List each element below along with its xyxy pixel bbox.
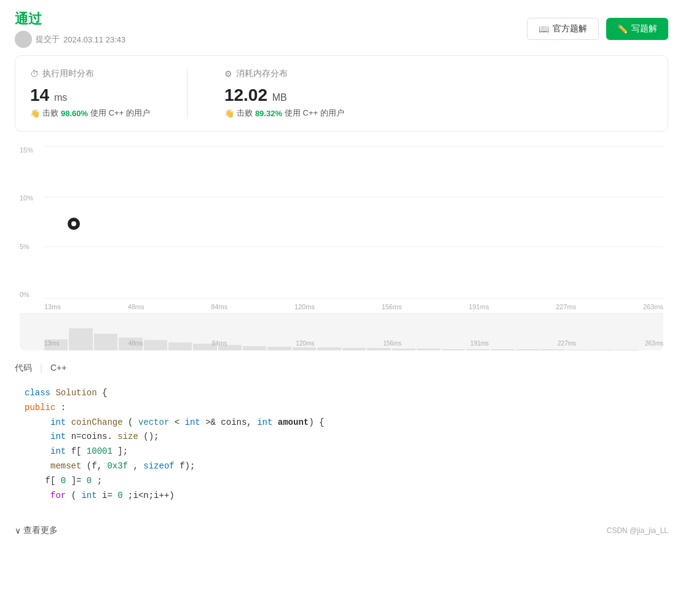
fn-memset: memset xyxy=(50,461,81,471)
bars-area xyxy=(44,141,663,298)
chart-tooltip xyxy=(68,218,80,230)
mini-x-120: 120ms xyxy=(296,340,314,347)
status-badge: 通过 xyxy=(15,10,125,28)
code-line-1: class Solution { xyxy=(25,386,658,401)
code-line-6: memset (f, 0x3f , sizeof f); xyxy=(25,459,658,474)
stats-row: ⏱ 执行用时分布 14 ms 👋 击败 98.60% 使用 C++ 的用户 ⚙ … xyxy=(30,68,653,119)
kw-class: class xyxy=(25,388,50,398)
mini-bar-9 xyxy=(267,347,291,350)
fn-size: size xyxy=(117,432,138,441)
mem-stat-block: ⚙ 消耗内存分布 12.02 MB 👋 击败 89.32% 使用 C++ 的用户 xyxy=(224,68,344,119)
code-lang: C++ xyxy=(50,363,66,374)
official-solution-label: 官方题解 xyxy=(553,23,587,34)
x-label-191: 191ms xyxy=(468,303,489,310)
code-line-7: f[ 0 ]= 0 ; xyxy=(25,474,658,489)
avatar xyxy=(15,31,32,48)
code-divider: ｜ xyxy=(37,363,45,374)
grid-line-bottom xyxy=(44,298,663,299)
mini-x-13: 13ms xyxy=(44,340,59,347)
x-label-263: 263ms xyxy=(643,303,663,310)
mem-unit: MB xyxy=(272,92,287,103)
kw-public: public xyxy=(25,403,55,413)
code-block: class Solution { public : int coinChange… xyxy=(15,379,668,510)
hex-0x3f: 0x3f xyxy=(107,461,128,471)
top-bar: 通过 提交于 2024.03.11 23:43 📖 官方题解 ✏️ 写题解 xyxy=(0,0,683,55)
stats-card: ⏱ 执行用时分布 14 ms 👋 击败 98.60% 使用 C++ 的用户 ⚙ … xyxy=(15,55,668,132)
class-name: Solution xyxy=(55,388,97,398)
y-label-15: 15% xyxy=(20,146,42,154)
kw-for: for xyxy=(50,491,66,500)
chart-container: 15% 10% 5% 0% xyxy=(15,141,668,350)
mini-bar-18 xyxy=(491,349,515,350)
mem-stat-value: 12.02 MB xyxy=(224,85,344,105)
code-line-2: public : xyxy=(25,401,658,416)
footer-bar: ∨ 查看更多 CSDN @jia_jia_LL xyxy=(0,515,683,546)
mini-x-84: 84ms xyxy=(212,340,227,347)
chart-main: 15% 10% 5% 0% xyxy=(20,141,663,314)
mini-bar-23 xyxy=(615,350,639,350)
y-axis-labels: 15% 10% 5% 0% xyxy=(20,141,42,313)
time-beat-pct: 98.60% xyxy=(61,109,88,118)
wave-icon-2: 👋 xyxy=(224,109,234,118)
mini-bar-11 xyxy=(317,347,341,350)
stats-divider xyxy=(187,68,188,119)
mini-bar-20 xyxy=(541,349,564,350)
kw-sizeof: sizeof xyxy=(143,461,174,471)
y-label-0: 0% xyxy=(20,291,42,298)
time-stat-value: 14 ms xyxy=(30,85,150,105)
view-more-label: 查看更多 xyxy=(23,525,58,536)
fn-coinchange: coinChange xyxy=(71,417,123,427)
code-header: 代码 ｜ C++ xyxy=(15,363,668,374)
chevron-down-icon: ∨ xyxy=(15,526,21,535)
mini-bar-13 xyxy=(367,348,390,350)
mini-chart: 13ms 48ms 84ms 120ms 156ms 191ms 227ms 2… xyxy=(20,314,663,350)
time-beat: 👋 击败 98.60% 使用 C++ 的用户 xyxy=(30,108,150,119)
submit-info: 提交于 2024.03.11 23:43 xyxy=(15,31,125,48)
kw-int-3: int xyxy=(257,417,272,427)
wave-icon: 👋 xyxy=(30,109,40,118)
clock-icon: ⏱ xyxy=(30,69,39,79)
time-unit: ms xyxy=(54,92,67,103)
view-more-button[interactable]: ∨ 查看更多 xyxy=(15,525,58,536)
book-icon: 📖 xyxy=(539,24,549,34)
mini-x-labels: 13ms 48ms 84ms 120ms 156ms 191ms 227ms 2… xyxy=(44,340,663,347)
top-right: 📖 官方题解 ✏️ 写题解 xyxy=(527,18,668,40)
x-axis-labels: 13ms 48ms 84ms 120ms 156ms 191ms 227ms 2… xyxy=(44,303,663,310)
kw-int-6: int xyxy=(81,491,97,500)
code-line-8: for ( int i= 0 ;i<n;i++) xyxy=(25,489,658,503)
x-label-84: 84ms xyxy=(211,303,227,310)
num-0-2: 0 xyxy=(87,476,92,486)
kw-vector: vector xyxy=(138,417,169,427)
mini-bar-15 xyxy=(417,349,440,350)
y-label-5: 5% xyxy=(20,243,42,250)
mini-bar-22 xyxy=(590,350,614,350)
x-label-156: 156ms xyxy=(382,303,402,310)
mem-stat-title: ⚙ 消耗内存分布 xyxy=(224,68,344,79)
write-solution-button[interactable]: ✏️ 写题解 xyxy=(606,18,668,40)
official-solution-button[interactable]: 📖 官方题解 xyxy=(527,18,599,40)
mini-bar-10 xyxy=(293,347,316,350)
x-label-13: 13ms xyxy=(44,303,61,310)
write-solution-label: 写题解 xyxy=(631,23,657,34)
num-0-3: 0 xyxy=(117,491,122,500)
time-stat-block: ⏱ 执行用时分布 14 ms 👋 击败 98.60% 使用 C++ 的用户 xyxy=(30,68,150,119)
mini-bar-1 xyxy=(69,328,92,350)
edit-icon: ✏️ xyxy=(617,24,628,34)
kw-int-1: int xyxy=(50,417,66,427)
num-0: 0 xyxy=(61,476,66,486)
memory-icon: ⚙ xyxy=(224,69,232,79)
csdn-label: CSDN @jia_jia_LL xyxy=(607,526,668,535)
mini-x-227: 227ms xyxy=(558,340,576,347)
x-label-120: 120ms xyxy=(294,303,315,310)
mini-x-263: 263ms xyxy=(645,340,663,347)
num-10001: 10001 xyxy=(87,446,113,456)
mini-bar-14 xyxy=(392,349,415,350)
submit-prefix: 提交于 xyxy=(36,34,60,45)
x-label-227: 227ms xyxy=(556,303,576,310)
mini-bar-19 xyxy=(516,349,539,350)
time-stat-title: ⏱ 执行用时分布 xyxy=(30,68,150,79)
mini-bar-21 xyxy=(566,350,589,350)
code-label: 代码 xyxy=(15,363,32,374)
mem-beat: 👋 击败 89.32% 使用 C++ 的用户 xyxy=(224,108,344,119)
code-line-5: int f[ 10001 ]; xyxy=(25,444,658,459)
